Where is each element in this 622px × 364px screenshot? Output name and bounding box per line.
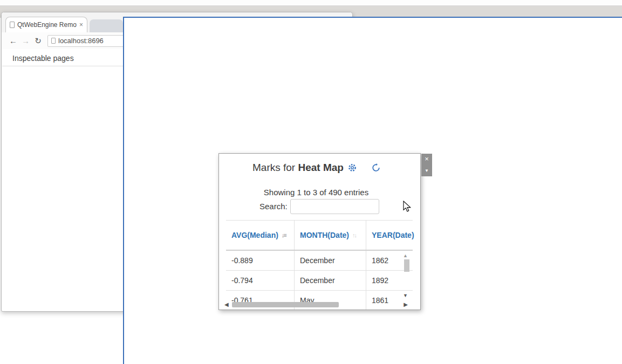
sort-icon[interactable]: ↑↓	[352, 232, 356, 238]
browser-tab-title: QtWebEngine Remot	[17, 21, 77, 29]
search-label: Search:	[259, 202, 288, 211]
back-icon[interactable]: ←	[7, 36, 19, 45]
gear-icon[interactable]	[347, 163, 357, 173]
hscrollbar-thumb[interactable]	[232, 302, 339, 307]
inspectable-pages-heading: Inspectable pages	[12, 54, 74, 63]
table-vscrollbar-thumb[interactable]	[404, 259, 409, 272]
sort-desc-icon[interactable]: ↓≡	[282, 232, 286, 238]
scrollbar-right-icon[interactable]: ▶	[401, 301, 408, 307]
cell-year: 1892	[366, 271, 413, 290]
hscrollbar-track[interactable]	[231, 301, 401, 308]
table-hscrollbar[interactable]: ◀ ▶	[224, 300, 408, 308]
page-icon	[51, 38, 56, 44]
browser-tab-ghost[interactable]	[90, 19, 123, 32]
popup-title: Marks for Heat Map	[252, 162, 344, 174]
close-icon[interactable]: ×	[421, 154, 432, 165]
search-input[interactable]	[290, 199, 379, 214]
background-window-strip	[0, 0, 622, 6]
mouse-cursor	[403, 201, 412, 215]
cell-avg: -0.794	[226, 271, 295, 290]
reload-icon[interactable]: ↻	[32, 36, 44, 46]
refresh-icon[interactable]	[371, 163, 381, 173]
tab-close-icon[interactable]: ×	[79, 22, 83, 28]
scrollbar-down-icon[interactable]: ▼	[403, 293, 408, 298]
marks-popup: Marks for Heat Map Showing 1 to 3 of 490…	[218, 153, 421, 310]
cell-month: December	[295, 271, 366, 290]
screen: QtWebEngine Remot × ← → ↻ localhost:8696…	[0, 0, 622, 364]
url-bar[interactable]: localhost:8696	[47, 35, 128, 47]
cell-month: December	[295, 251, 366, 270]
marks-table: AVG(Median) ↓≡ MONTH(Date) ↑↓ YEAR(Date)…	[226, 220, 413, 310]
scrollbar-left-icon[interactable]: ◀	[224, 301, 231, 307]
table-header-row: AVG(Median) ↓≡ MONTH(Date) ↑↓ YEAR(Date)	[226, 221, 413, 251]
column-header-month-date[interactable]: MONTH(Date) ↑↓	[295, 221, 366, 250]
url-text: localhost:8696	[58, 37, 104, 45]
chevron-down-icon[interactable]: ▼	[421, 165, 432, 176]
scrollbar-up-icon[interactable]: ▲	[403, 253, 408, 258]
column-header-year-date[interactable]: YEAR(Date)	[366, 221, 414, 250]
browser-tab-active[interactable]: QtWebEngine Remot ×	[5, 17, 87, 32]
cell-avg: -0.889	[226, 251, 295, 270]
forward-icon[interactable]: →	[19, 36, 32, 45]
table-row[interactable]: -0.889 December 1862	[226, 251, 413, 271]
showing-entries-text: Showing 1 to 3 of 490 entries	[219, 188, 413, 197]
table-row[interactable]: -0.794 December 1892	[226, 271, 413, 291]
page-icon	[10, 22, 15, 28]
column-header-avg-median[interactable]: AVG(Median) ↓≡	[226, 221, 295, 250]
